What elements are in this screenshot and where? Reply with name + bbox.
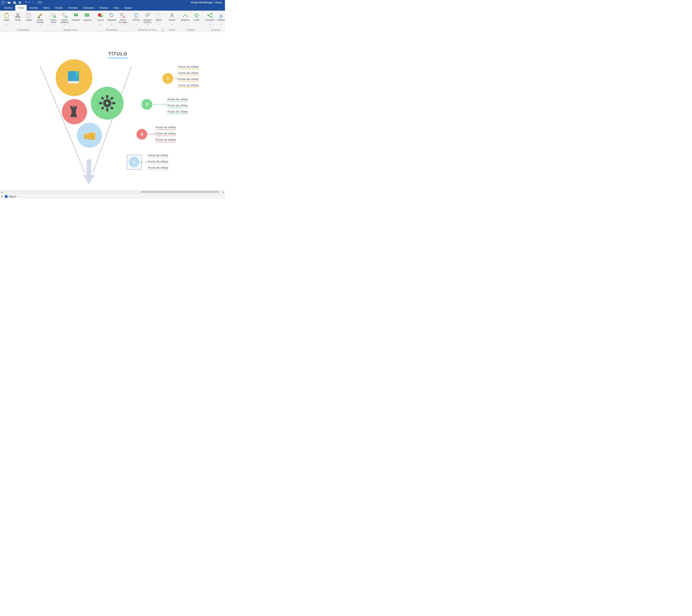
link-icon xyxy=(133,12,139,19)
svg-rect-40 xyxy=(112,102,115,104)
ribbon-group-marcadores: IconosEtiquetasÍndicede mapaMarcadores xyxy=(94,10,130,32)
qat-print-icon[interactable] xyxy=(17,0,22,5)
chevron-down-icon xyxy=(136,24,137,25)
bullet-group-1: Punto de viñetaPunto de viñetaPunto de v… xyxy=(178,65,198,88)
bullet-item[interactable]: Punto de viñeta xyxy=(168,110,188,114)
node-2[interactable]: 2 xyxy=(142,99,152,110)
node-4[interactable]: 4 xyxy=(129,157,139,168)
funnel-circle-book[interactable] xyxy=(56,59,92,96)
tab-close-icon[interactable]: ✕ xyxy=(20,196,22,197)
svg-rect-37 xyxy=(106,95,108,98)
ribbon-publicar[interactable]: Publicar xyxy=(216,12,225,26)
document-tab-bar: Mapa1* ⧉ ✕ xyxy=(0,194,225,199)
menu-avanzado[interactable]: Avanzado xyxy=(80,5,97,10)
ribbon-leyenda[interactable]: Leyenda xyxy=(82,12,92,25)
menu-formato[interactable]: Formato xyxy=(65,5,80,10)
ribbon-copiar-formato[interactable]: Copiarformato xyxy=(35,12,46,26)
qat-new-icon[interactable] xyxy=(1,0,6,5)
ribbon-group-elementos-de-tema: VínculoAdjuntararchivosNotasElementos de… xyxy=(130,10,166,32)
chevron-down-icon xyxy=(40,24,41,25)
ribbon-etiquetas[interactable]: Etiquetas xyxy=(106,12,117,26)
doc-icon xyxy=(5,195,7,198)
bullet-item[interactable]: Punto de viñeta xyxy=(155,132,176,136)
bullet-item[interactable]: Punto de viñeta xyxy=(178,65,198,69)
dialog-launcher-icon[interactable]: ↘ xyxy=(161,29,164,31)
ribbon-relaci-n[interactable]: Relación xyxy=(180,12,191,25)
qat-redo-icon[interactable] xyxy=(30,0,35,5)
collapse-toggle-icon[interactable]: − xyxy=(165,103,167,105)
bullet-item[interactable]: Punto de viñeta xyxy=(168,104,188,108)
ribbon-nuevo-subtema[interactable]: Nuevosubtema xyxy=(59,12,70,26)
node-1[interactable]: 1 xyxy=(162,73,173,84)
ribbon-l-mite[interactable]: Límite xyxy=(191,12,202,25)
bullet-item[interactable]: Punto de viñeta xyxy=(178,71,198,75)
ribbon-copiar[interactable]: Copiar xyxy=(24,12,35,25)
menu-ayuda[interactable]: Ayuda xyxy=(122,5,134,10)
funnel-circle-rook[interactable] xyxy=(62,99,87,124)
bullet-item[interactable]: Punto de viñeta xyxy=(148,160,168,164)
notes-icon xyxy=(156,12,161,19)
ribbon-group-objetos: RelaciónLímiteObjetos xyxy=(179,10,203,32)
scroll-left-icon[interactable]: ◂ xyxy=(0,190,3,194)
scroll-right-icon[interactable]: ▸ xyxy=(222,190,225,194)
menu-diseño[interactable]: Diseño xyxy=(52,5,65,10)
canvas-area[interactable]: TÍTULO −1Punto de viñetaPunto xyxy=(0,32,225,190)
ribbon-fuente[interactable]: Fuente xyxy=(167,12,177,26)
svg-rect-24 xyxy=(121,14,122,15)
svg-rect-15 xyxy=(62,13,64,15)
menu-inicio[interactable]: Inicio xyxy=(15,5,26,10)
quick-access-toolbar: ? Mindjet MindManager - Mapa1 xyxy=(0,0,225,5)
document-tab[interactable]: Mapa1* ⧉ ✕ xyxy=(3,194,23,198)
ribbon-compartir[interactable]: Compartir xyxy=(204,12,215,26)
svg-point-36 xyxy=(105,101,110,106)
collapse-toggle-icon[interactable]: − xyxy=(153,133,155,135)
chevron-down-icon xyxy=(64,24,65,25)
bullet-group-4: Punto de viñetaPunto de viñetaPunto de v… xyxy=(148,154,168,170)
menu-tarea[interactable]: Tarea xyxy=(41,5,52,10)
menu-insertar[interactable]: Insertar xyxy=(27,5,41,10)
ribbon-notas[interactable]: Notas xyxy=(153,12,164,26)
ribbon-group-label: Fuente xyxy=(167,28,177,31)
ribbon-v-nculo[interactable]: Vínculo xyxy=(131,12,142,26)
svg-rect-34 xyxy=(68,81,79,84)
bullet-item[interactable]: Punto de viñeta xyxy=(178,78,198,82)
bullet-group-3: Punto de viñetaPunto de viñetaPunto de v… xyxy=(155,126,176,142)
scroll-thumb[interactable] xyxy=(141,191,219,193)
svg-rect-27 xyxy=(123,15,124,16)
ribbon-iconos[interactable]: Iconos xyxy=(95,12,106,26)
bullet-item[interactable]: Punto de viñeta xyxy=(155,126,176,130)
bullet-item[interactable]: Punto de viñeta xyxy=(178,84,198,88)
ribbon-cortar[interactable]: Cortar xyxy=(13,12,23,25)
node-3[interactable]: 3 xyxy=(136,129,147,140)
ribbon-adjuntar-archivos[interactable]: Adjuntararchivos xyxy=(142,12,153,26)
bullet-item[interactable]: Punto de viñeta xyxy=(148,154,168,158)
selected-node-frame[interactable]: 4 xyxy=(127,155,142,170)
menu-revisar[interactable]: Revisar xyxy=(97,5,111,10)
ribbon-flotante[interactable]: Flotante xyxy=(70,12,81,25)
tab-popout-icon[interactable]: ⧉ xyxy=(18,196,19,198)
qat-save-icon[interactable] xyxy=(12,0,17,5)
funnel-circle-gear[interactable] xyxy=(91,87,124,119)
bullet-item[interactable]: Punto de viñeta xyxy=(168,97,188,102)
connector-line xyxy=(152,104,166,105)
ribbon-group-label: Portapapeles xyxy=(1,28,46,31)
collapse-toggle-icon[interactable]: − xyxy=(176,78,178,80)
qat-help-icon[interactable]: ? xyxy=(38,0,43,5)
ribbon--ndice-de-mapa[interactable]: Índicede mapa xyxy=(117,12,128,26)
bullet-item[interactable]: Punto de viñeta xyxy=(155,138,176,142)
collapse-toggle-icon[interactable]: − xyxy=(146,161,148,163)
bullet-item[interactable]: Punto de viñeta xyxy=(148,166,168,170)
svg-rect-2 xyxy=(19,1,21,2)
cut-icon xyxy=(15,12,21,19)
svg-point-28 xyxy=(123,16,125,18)
horizontal-scrollbar[interactable]: ◂ ▸ xyxy=(0,190,225,194)
menu-archivo[interactable]: Archivo xyxy=(2,5,15,10)
tab-nav-prev-icon[interactable] xyxy=(1,196,2,197)
menu-vista[interactable]: Vista xyxy=(111,5,122,10)
qat-undo-icon[interactable] xyxy=(25,0,30,5)
funnel-circle-coins[interactable] xyxy=(77,123,102,148)
node-resize-handle-icon[interactable] xyxy=(141,161,143,163)
ribbon-nuevo-tema[interactable]: Nuevotema xyxy=(48,12,59,26)
qat-open-icon[interactable] xyxy=(6,0,12,5)
ribbon-pegar[interactable]: Pegar xyxy=(1,12,12,26)
